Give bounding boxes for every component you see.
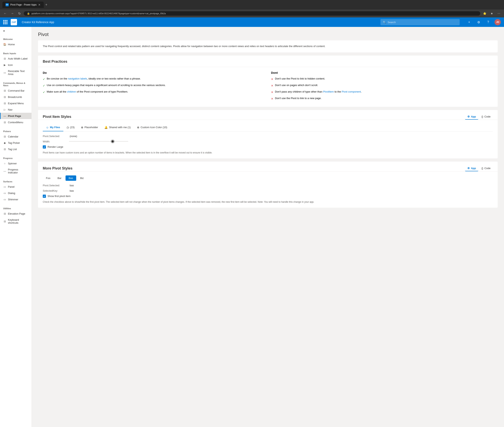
app-label: App — [471, 115, 476, 118]
settings-button[interactable]: ⚙ — [475, 19, 482, 25]
do-item-1-text: Be concise on the navigation labels, ide… — [47, 77, 141, 81]
sidebar-section-header-progress: Progress — [0, 155, 32, 160]
more-pivot-styles-actions: ⚙ App {} Code — [465, 166, 493, 171]
main-area: ≡ Welcome 🏠 Home Basic Inputs ⊟ Auto Wid… — [0, 27, 504, 427]
pivot-item-styles-app-btn[interactable]: ⚙ App — [465, 114, 478, 120]
sidebar-item-icon[interactable]: ▶ Icon — [0, 62, 32, 68]
pill-tab-biz[interactable]: Biz — [77, 175, 87, 181]
dont-item-2: ✕ Don't use on pages which don't scroll. — [271, 83, 493, 88]
selected-key-label: SelectedKey: — [43, 189, 67, 192]
sidebar-item-label-breadcrumb: Breadcrumb — [8, 96, 22, 99]
app-header: CAT Creator Kit Reference App 🔍 Search +… — [0, 17, 504, 27]
children-link[interactable]: children — [67, 90, 76, 93]
sidebar-item-breadcrumb[interactable]: ⊟ Breadcrumb — [0, 94, 32, 100]
show-first-pivot-checkbox[interactable] — [43, 195, 46, 198]
sidebar-item-context-menu[interactable]: ⊟ ContextMenu — [0, 119, 32, 125]
more-pivot-code-btn[interactable]: {} Code — [479, 166, 493, 171]
tab-title: Pivot Page - Power Apps — [10, 3, 37, 6]
pivot-component-link[interactable]: Pivot component — [342, 90, 361, 93]
pivot-item-styles-description: Pivot Items can have custom icons and an… — [43, 151, 493, 154]
sidebar-item-progress-indicator[interactable]: — Progress Indicator — [0, 167, 32, 176]
tab-close-button[interactable]: ✕ — [38, 3, 40, 6]
pivot-tab-custom-icon[interactable]: ⊕ Custom Icon Color (10) — [134, 124, 170, 131]
width-label: Width: — [43, 140, 67, 143]
render-large-checkbox[interactable] — [43, 145, 46, 149]
sidebar-item-calendar[interactable]: ⊟ Calendar — [0, 133, 32, 140]
browser-tab[interactable]: PP Pivot Page - Power Apps ✕ — [2, 2, 44, 8]
shared-icon: 🔔 — [104, 126, 108, 129]
pivot-tab-shared-with-me[interactable]: 🔔 Shared with me (1) — [101, 124, 134, 131]
nav-refresh-button[interactable]: ↻ — [17, 11, 22, 16]
sidebar-item-pivot-page[interactable]: — Pivot Page — [0, 113, 32, 119]
nav-back-button[interactable]: ← — [2, 11, 8, 16]
search-icon: 🔍 — [383, 21, 386, 24]
sidebar-item-elevation-page[interactable]: ⊟ Elevation Page — [0, 210, 32, 217]
extensions-button[interactable]: ⭐ — [482, 11, 487, 16]
pivot-tab-23[interactable]: ◷ (23) — [63, 124, 78, 131]
more-pivot-styles-card: More Pivot Styles ⚙ App {} Code — [38, 162, 498, 208]
sidebar-item-nav[interactable]: ▷ Nav — [0, 107, 32, 113]
sidebar-item-tag-list[interactable]: ⊟ Tag List — [0, 146, 32, 152]
new-tab-button[interactable]: + — [45, 3, 47, 7]
biz-label: Biz — [80, 177, 84, 180]
nav-forward-button[interactable]: → — [9, 11, 15, 16]
nav-icon: ▷ — [3, 108, 6, 111]
sidebar-section-header-basic-inputs: Basic Inputs — [0, 51, 32, 55]
apps-grid-icon[interactable] — [3, 20, 8, 24]
show-first-pivot-label: Show first pivot item — [47, 195, 71, 198]
page-description-text: The Pivot control and related tabs patte… — [43, 45, 325, 48]
pill-tab-bar[interactable]: Bar — [54, 175, 64, 181]
sidebar-item-auto-width-label[interactable]: ⊟ Auto Width Label — [0, 55, 32, 62]
more-pivot-selected-row: Pivot.Selected: bas — [43, 184, 493, 187]
sidebar-item-shimmer[interactable]: ▭ Shimmer — [0, 196, 32, 203]
custom-icon-label: Custom Icon Color (10) — [141, 126, 167, 129]
more-pivot-app-btn[interactable]: ⚙ App — [465, 166, 478, 171]
navigation-labels-link[interactable]: navigation labels — [68, 77, 87, 80]
sidebar-item-keyboard-shortcuts[interactable]: ⊟ Keyboard shortcuts — [0, 217, 32, 226]
do-item-1: ✓ Be concise on the navigation labels, i… — [43, 77, 265, 81]
browser-menu-button[interactable]: ⋯ — [496, 11, 502, 16]
pill-tab-foo[interactable]: Foo — [43, 175, 54, 181]
pill-tab-bas[interactable]: Bas — [65, 175, 76, 181]
render-large-row: Render Large — [43, 145, 493, 149]
tag-list-icon: ⊟ — [3, 148, 6, 151]
sidebar-item-label-resizable: Resizable Text Area — [8, 70, 28, 76]
avatar[interactable]: JD — [495, 19, 501, 25]
pivot-item-styles-code-btn[interactable]: {} Code — [479, 114, 493, 120]
sidebar-item-resizable-text-area[interactable]: ▭ Resizable Text Area — [0, 68, 32, 77]
sidebar-item-tag-picker[interactable]: ◆ Tag Picker — [0, 140, 32, 146]
render-large-label: Render Large — [47, 145, 63, 148]
sidebar-section-pickers: Pickers ⊟ Calendar ◆ Tag Picker ⊟ Tag Li… — [0, 127, 32, 154]
do-title: Do — [43, 71, 265, 74]
address-bar[interactable]: 🔒 pplatform.crm.dynamics.com/main.aspx?a… — [24, 11, 480, 16]
pivot-tab-placeholder[interactable]: ⊕ Placeholder — [78, 124, 101, 131]
sidebar-item-command-bar[interactable]: ⊟ Command Bar — [0, 87, 32, 94]
show-first-pivot-row: Show first pivot item — [43, 195, 493, 198]
add-button[interactable]: + — [466, 19, 472, 25]
sidebar-item-panel[interactable]: ▭ Panel — [0, 183, 32, 190]
sidebar-item-home[interactable]: 🏠 Home — [0, 41, 32, 47]
sidebar-section-header-welcome: Welcome — [0, 36, 32, 41]
favorites-button[interactable]: ★ — [489, 11, 495, 16]
sidebar-item-spinner[interactable]: ○ Spinner — [0, 160, 32, 167]
pivot-tab-my-files[interactable]: ☺ My Files — [43, 124, 63, 131]
auto-width-label-icon: ⊟ — [3, 57, 6, 60]
sidebar-item-dialog[interactable]: ▭ Dialog — [0, 190, 32, 196]
page-description-box: The Pivot control and related tabs patte… — [38, 40, 498, 53]
dont-item-4: ✕ Don't use the Pivot to link to a new p… — [271, 96, 493, 101]
sidebar-item-expand-menu[interactable]: ⊟ Expand Menu — [0, 100, 32, 107]
help-button[interactable]: ? — [485, 19, 491, 25]
bar-label: Bar — [57, 177, 61, 180]
address-text: pplatform.crm.dynamics.com/main.aspx?app… — [32, 12, 477, 15]
pivot-item-link[interactable]: PivotItem — [323, 90, 334, 93]
cross-icon-1: ✕ — [271, 77, 273, 81]
sidebar-hamburger[interactable]: ≡ — [0, 27, 32, 35]
header-search[interactable]: 🔍 Search — [380, 19, 460, 25]
foo-label: Foo — [46, 177, 50, 180]
do-item-2: ✓ Use on content-heavy pages that requir… — [43, 83, 265, 88]
my-files-label: My Files — [50, 126, 60, 129]
placeholder-icon: ⊕ — [81, 126, 83, 129]
dont-column: Dont ✕ Don't use the Pivot to link to hi… — [271, 71, 493, 103]
browser-nav-actions: ⭐ ★ ⋯ — [482, 11, 502, 16]
width-slider[interactable] — [69, 141, 128, 142]
